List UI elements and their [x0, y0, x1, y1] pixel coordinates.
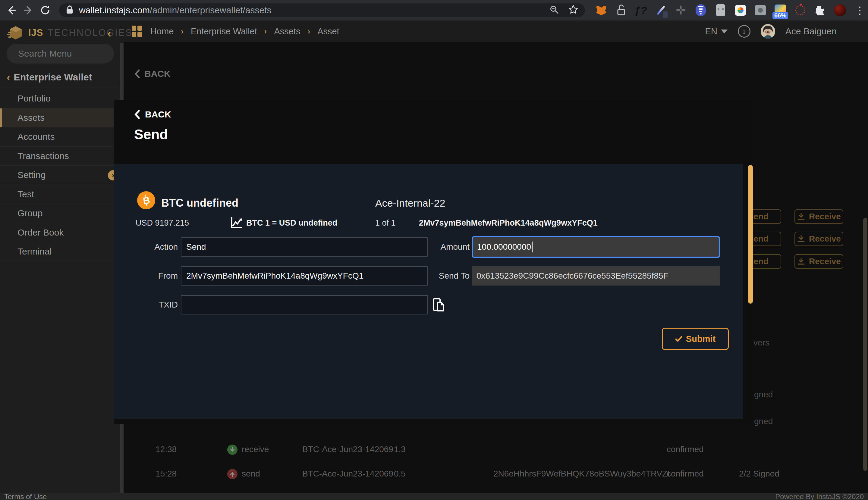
terms-of-use-link[interactable]: Terms of Use — [4, 492, 47, 500]
url-text: wallet.instajs.com/admin/enterprisewalle… — [79, 5, 549, 15]
chevron-left-icon: ‹ — [7, 71, 10, 83]
sidebar-menu: Portfolio Assets Accounts Transactions S… — [0, 89, 120, 261]
address-bar[interactable]: wallet.instajs.com/admin/enterprisewalle… — [59, 3, 585, 17]
user-name: Ace Baiguen — [786, 26, 837, 36]
breadcrumb: Home › Enterprise Wallet › Assets › Asse… — [132, 26, 340, 37]
action-label: Action — [112, 242, 178, 252]
profile-avatar-icon[interactable] — [834, 4, 846, 16]
sidebar-item-test[interactable]: Test — [0, 185, 120, 204]
chevron-right-icon: › — [181, 27, 183, 36]
extension-toolbar: ƒ? ✛ 66% ⋮ — [595, 4, 866, 16]
browser-back-icon[interactable] — [3, 2, 20, 19]
apps-grid-icon[interactable] — [132, 26, 142, 37]
crosshair-tool-icon[interactable]: ✛ — [675, 4, 687, 16]
send-modal: BACK Send B BTC undefined Ace-Internal-2… — [114, 100, 753, 424]
chevron-right-icon: › — [264, 27, 267, 36]
ijs-cube-icon — [7, 24, 24, 41]
breadcrumb-home[interactable]: Home — [151, 26, 174, 36]
breadcrumb-asset[interactable]: Asset — [318, 26, 340, 36]
sidebar-item-assets[interactable]: Assets — [0, 109, 120, 128]
language-selector[interactable]: EN — [705, 26, 727, 36]
app-window: IJS TECHNOLOGIES ‹ ‹ Enterprise Wallet P… — [0, 21, 868, 500]
section-title: Enterprise Wallet — [13, 72, 92, 83]
battery-face-icon[interactable] — [715, 4, 727, 16]
copy-icon[interactable] — [432, 298, 446, 312]
modal-title: Send — [134, 126, 168, 143]
bookmark-star-icon[interactable] — [568, 4, 578, 16]
chevron-down-icon — [721, 30, 727, 33]
wallet-address: 2Mv7symBehMefwRiPhoK14a8qWg9wxYFcQ1 — [419, 218, 598, 228]
sidebar-item-setting[interactable]: Setting› — [0, 166, 120, 185]
breadcrumb-enterprise-wallet[interactable]: Enterprise Wallet — [191, 26, 257, 36]
find-in-page-icon[interactable] — [549, 5, 559, 16]
blue-filter-icon[interactable] — [695, 4, 707, 16]
metamask-icon[interactable] — [595, 4, 607, 16]
photos-icon[interactable] — [734, 4, 747, 16]
extensions-puzzle-icon[interactable] — [814, 4, 826, 16]
amount-label: Amount — [403, 242, 469, 252]
action-input[interactable] — [181, 237, 428, 257]
sidebar-item-portfolio[interactable]: Portfolio — [0, 89, 120, 109]
zoom-percent-badge: 66% — [772, 12, 788, 19]
sidebar-item-accounts[interactable]: Accounts — [0, 127, 120, 147]
from-label: From — [112, 271, 178, 281]
sidebar-section-header[interactable]: ‹ Enterprise Wallet — [0, 67, 120, 87]
camera-icon[interactable] — [754, 4, 766, 16]
info-icon[interactable]: i — [738, 25, 750, 38]
sidebar-item-transactions[interactable]: Transactions — [0, 147, 120, 166]
chevron-left-icon — [134, 110, 140, 119]
unlock-icon[interactable] — [615, 4, 627, 16]
chevron-right-icon: › — [308, 27, 310, 36]
browser-reload-icon[interactable] — [37, 2, 54, 19]
from-input[interactable] — [181, 266, 428, 285]
btc-coin-icon: B — [137, 191, 155, 209]
brand-secondary: TECHNOLOGIES — [48, 27, 133, 38]
txid-input[interactable] — [181, 295, 428, 315]
brand-primary: IJS — [28, 27, 43, 38]
user-avatar[interactable] — [761, 24, 775, 38]
modal-back-button[interactable]: BACK — [134, 109, 171, 120]
sidebar-item-terminal[interactable]: Terminal — [0, 242, 120, 261]
txid-label: TXID — [112, 300, 178, 310]
submit-button[interactable]: Submit — [662, 328, 729, 350]
modal-scrollbar[interactable] — [748, 165, 753, 304]
browser-chrome: wallet.instajs.com/admin/enterprisewalle… — [0, 0, 868, 21]
asset-name: BTC undefined — [161, 197, 238, 209]
sidebar-item-order-book[interactable]: Order Book — [0, 223, 120, 242]
text-cursor — [532, 241, 533, 252]
brand-logo: IJS TECHNOLOGIES — [7, 24, 133, 42]
sendto-input[interactable]: 0x613523e9C99Cc86ecfc6676ce553Eef55285f8… — [472, 266, 720, 285]
sidebar-collapse-icon[interactable]: ‹ — [107, 28, 111, 39]
color-picker-icon[interactable] — [655, 4, 667, 16]
sidebar-item-group[interactable]: Group — [0, 204, 120, 223]
function-question-icon[interactable]: ƒ? — [635, 4, 647, 16]
asset-rate: BTC 1 = USD undefined — [246, 218, 337, 228]
sendto-label: Send To — [403, 271, 469, 281]
wallet-index: 1 of 1 — [375, 218, 396, 228]
sidebar-search[interactable] — [7, 44, 114, 64]
check-icon — [675, 335, 682, 342]
amount-input[interactable]: 100.00000000 — [472, 236, 720, 258]
app-header: Home › Enterprise Wallet › Assets › Asse… — [124, 21, 868, 42]
page-scrollbar[interactable] — [863, 218, 867, 471]
asset-usd-value: USD 9197.215 — [136, 218, 189, 228]
stopwatch-icon[interactable] — [794, 4, 806, 16]
footer: Terms of Use Powered By InstaJS ©2020 — [0, 493, 868, 500]
modal-body: B BTC undefined Ace-Internal-22 USD 9197… — [114, 164, 743, 419]
breadcrumb-assets[interactable]: Assets — [274, 26, 300, 36]
search-input[interactable] — [18, 48, 134, 59]
browser-forward-icon[interactable] — [20, 2, 37, 19]
chart-line-icon — [231, 216, 243, 230]
sidebar: IJS TECHNOLOGIES ‹ ‹ Enterprise Wallet P… — [0, 21, 120, 500]
zoom-badge-icon[interactable]: 66% — [774, 4, 786, 16]
lock-icon — [66, 5, 74, 15]
powered-by-text: Powered By InstaJS ©2020 — [775, 492, 864, 500]
chrome-menu-icon[interactable]: ⋮ — [854, 4, 866, 16]
wallet-name: Ace-Internal-22 — [375, 197, 445, 209]
